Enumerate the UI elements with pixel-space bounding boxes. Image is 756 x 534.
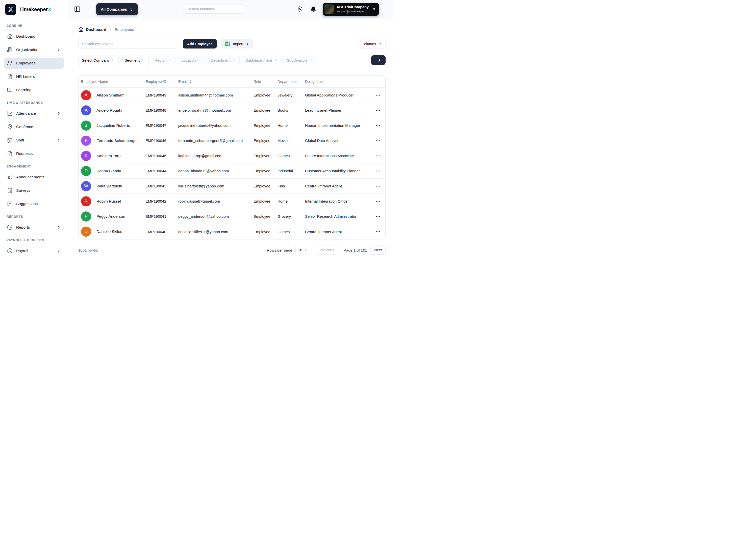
sidebar-item-announcements[interactable]: Announcements xyxy=(4,172,64,183)
dollar-circle-icon xyxy=(7,248,13,254)
row-actions-button[interactable] xyxy=(375,108,381,113)
employee-id: EMP190046 xyxy=(146,138,178,143)
company-selector-button[interactable]: All Companies xyxy=(96,3,138,15)
sort-email-button[interactable] xyxy=(189,80,192,83)
next-page-button[interactable]: Next xyxy=(370,245,386,255)
employee-id: EMP190047 xyxy=(146,123,178,127)
sidebar-toggle-button[interactable] xyxy=(74,6,81,13)
add-employee-button[interactable]: Add Employee xyxy=(183,39,217,48)
employee-search-input[interactable] xyxy=(78,39,179,48)
theme-toggle-button[interactable] xyxy=(296,6,304,13)
sidebar-item-organization[interactable]: Organization xyxy=(4,44,64,55)
table-row[interactable]: DDonna BlandaEMP190044donna_blanda79@yah… xyxy=(78,163,385,179)
employee-designation: Global Applications Producer xyxy=(305,93,371,97)
toolbar: Add Employee Import Colum xyxy=(78,39,386,48)
home-icon xyxy=(7,34,13,39)
module-search-input[interactable] xyxy=(184,5,244,14)
sidebar-item-suggestions[interactable]: Suggestions xyxy=(4,198,64,210)
chevrons-up-down-icon xyxy=(129,7,133,11)
employee-role: Employee xyxy=(254,154,278,158)
main-area: All Companies ABCTrialCompany support@ti… xyxy=(68,0,393,278)
sidebar-item-surveys[interactable]: Surveys xyxy=(4,185,64,196)
arrow-right-icon xyxy=(376,58,381,63)
employee-role: Employee xyxy=(254,184,278,188)
employee-designation: Senior Research Administrator xyxy=(305,214,371,218)
pie-chart-icon xyxy=(7,225,13,230)
filter-subdivision: SubDivision xyxy=(283,56,316,65)
sidebar-section-label: PAYROLL & BENEFITS xyxy=(4,239,64,242)
row-actions-button[interactable] xyxy=(375,138,381,144)
chevron-right-icon xyxy=(57,138,61,142)
row-actions-button[interactable] xyxy=(375,199,381,204)
table-row[interactable]: PPeggy AndersonEMP190041peggy_anderson@y… xyxy=(78,209,385,224)
employee-designation: Central Intranet Agent xyxy=(305,230,371,234)
building-icon xyxy=(7,47,13,52)
file-text-icon xyxy=(7,74,13,79)
sidebar-item-employees[interactable]: Employees xyxy=(4,58,64,69)
employee-avatar: J xyxy=(81,121,91,130)
sidebar-item-attendance[interactable]: Attendance xyxy=(4,108,64,119)
employee-avatar: D xyxy=(81,227,91,237)
apply-filters-button[interactable] xyxy=(371,55,386,65)
row-actions-button[interactable] xyxy=(375,183,381,189)
previous-page-button[interactable]: Previous xyxy=(316,245,338,255)
sidebar-item-label: Organization xyxy=(16,47,53,52)
sidebar-item-label: Learning xyxy=(16,88,61,92)
column-header-email: Email xyxy=(178,80,254,84)
brand-name: TimekeeperX xyxy=(19,6,51,13)
sidebar-section: ENGAGEMENTAnnouncementsSurveysSuggestion… xyxy=(4,165,64,210)
sidebar-item-geofence[interactable]: Geofence xyxy=(4,121,64,132)
table-row[interactable]: DDanielle SkilesEMP190040danielle.skiles… xyxy=(78,224,385,239)
table-row[interactable]: RRobyn RusselEMP190042robyn.russel@gmail… xyxy=(78,194,385,209)
sidebar-item-payroll[interactable]: Payroll xyxy=(4,245,64,256)
breadcrumb-dashboard-link[interactable]: Dashboard xyxy=(86,27,106,32)
table-row[interactable]: FFernando SchambergerEMP190046fernando_s… xyxy=(78,133,385,148)
notifications-button[interactable] xyxy=(310,6,317,13)
employee-email: willis.bartoletti@yahoo.com xyxy=(178,184,254,188)
row-actions-button[interactable] xyxy=(375,168,381,174)
chevrons-up-down-icon xyxy=(274,58,278,62)
employee-avatar: A xyxy=(81,105,91,115)
employee-email: angelo.rogahn78@hotmail.com xyxy=(178,108,254,112)
row-actions-button[interactable] xyxy=(375,93,381,98)
sidebar: TimekeeperX CORE HRDashboardOrganization… xyxy=(0,0,68,278)
table-row[interactable]: WWillis BartolettiEMP190043willis.bartol… xyxy=(78,179,385,194)
sidebar-item-label: Attendance xyxy=(16,111,53,116)
chevron-down-icon xyxy=(304,249,308,252)
employees-table: Employee Name Employee ID Email Role Dep… xyxy=(78,75,386,239)
employee-department: Movies xyxy=(278,138,305,143)
employee-name: Robyn Russel xyxy=(96,199,121,204)
import-button[interactable]: Import xyxy=(221,39,253,48)
table-row[interactable]: AAllison SmithamEMP190049allison.smitham… xyxy=(78,88,385,103)
sidebar-item-label: Shift xyxy=(16,138,53,142)
account-avatar xyxy=(324,4,334,14)
sidebar-item-requests[interactable]: Requests xyxy=(4,148,64,159)
employee-email: jacqueline.roberts@yahoo.com xyxy=(178,123,254,127)
row-actions-button[interactable] xyxy=(375,229,381,235)
sidebar-item-shift[interactable]: Shift xyxy=(4,135,64,146)
filter-region: Region xyxy=(151,56,176,65)
row-actions-button[interactable] xyxy=(375,153,381,159)
table-body: AAllison SmithamEMP190049allison.smitham… xyxy=(78,88,385,239)
sidebar-item-learning[interactable]: Learning xyxy=(4,84,64,96)
row-actions-button[interactable] xyxy=(375,123,381,128)
employee-email: kathleen_torp@gmail.com xyxy=(178,154,254,158)
sidebar-item-dashboard[interactable]: Dashboard xyxy=(4,31,64,42)
users-icon xyxy=(7,60,13,66)
employee-avatar: R xyxy=(81,196,91,206)
row-actions-button[interactable] xyxy=(375,214,381,219)
employee-email: fernando_schamberger45@gmail.com xyxy=(178,138,254,143)
pagination: 1001 row(s). Rows per page 10 Previous P… xyxy=(78,245,386,255)
columns-button[interactable]: Columns xyxy=(358,39,386,48)
filter-segment[interactable]: Segment xyxy=(121,56,149,65)
sidebar-item-hr-letters[interactable]: HR Letters xyxy=(4,71,64,82)
filter-select-company[interactable]: Select Company xyxy=(78,56,119,65)
table-row[interactable]: AAngelo RogahnEMP190048angelo.rogahn78@h… xyxy=(78,103,385,118)
table-row[interactable]: KKathleen TorpEMP190045kathleen_torp@gma… xyxy=(78,148,385,163)
table-row[interactable]: JJacqueline RobertsEMP190047jacqueline.r… xyxy=(78,118,385,133)
employee-department: Industrial xyxy=(278,169,305,173)
account-menu-button[interactable]: ABCTrialCompany support@timekeepe... xyxy=(323,3,379,16)
sidebar-item-label: Employees xyxy=(16,61,61,66)
rows-per-page-select[interactable]: 10 xyxy=(295,246,310,254)
sidebar-item-reports[interactable]: Reports xyxy=(4,222,64,233)
